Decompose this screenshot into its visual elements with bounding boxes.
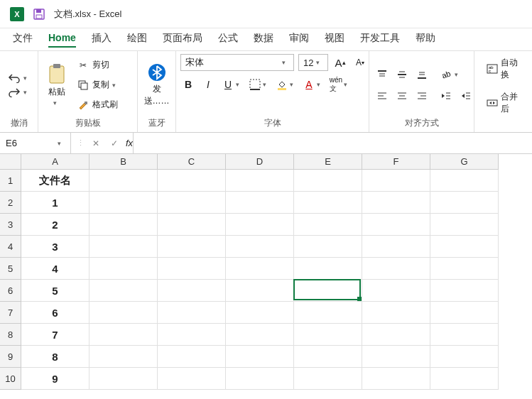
cell[interactable]: [362, 280, 430, 302]
cell[interactable]: [294, 170, 362, 192]
tab-layout[interactable]: 页面布局: [163, 32, 202, 48]
align-top-button[interactable]: [374, 67, 391, 82]
align-bottom-button[interactable]: [413, 67, 430, 82]
cell[interactable]: [89, 170, 158, 192]
cell[interactable]: [430, 258, 499, 280]
underline-button[interactable]: U: [220, 77, 236, 92]
select-all-corner[interactable]: [0, 154, 21, 170]
cell[interactable]: 8: [21, 346, 89, 368]
cell[interactable]: [226, 170, 294, 192]
bold-button[interactable]: B: [180, 77, 196, 92]
cell[interactable]: [294, 324, 362, 346]
save-icon[interactable]: [33, 8, 45, 21]
font-color-button[interactable]: A: [301, 77, 317, 92]
column-header[interactable]: B: [89, 154, 158, 170]
format-painter-button[interactable]: 格式刷: [74, 97, 121, 113]
increase-font-button[interactable]: A▴: [332, 55, 348, 70]
cell[interactable]: [430, 214, 499, 236]
cell[interactable]: [89, 258, 158, 280]
row-header[interactable]: 9: [0, 346, 21, 368]
cell[interactable]: [226, 258, 294, 280]
decrease-font-button[interactable]: A▾: [352, 55, 368, 70]
cell[interactable]: 1: [21, 192, 89, 214]
border-button[interactable]: [247, 77, 263, 92]
chevron-down-icon[interactable]: ▾: [290, 81, 297, 88]
orientation-button[interactable]: ab: [438, 67, 455, 82]
chevron-down-icon[interactable]: ▾: [455, 71, 462, 78]
cell[interactable]: [430, 368, 499, 390]
cell[interactable]: [89, 324, 158, 346]
cell[interactable]: [294, 346, 362, 368]
cell[interactable]: [226, 302, 294, 324]
align-center-button[interactable]: [393, 88, 411, 104]
tab-file[interactable]: 文件: [13, 32, 33, 48]
column-header[interactable]: C: [158, 154, 226, 170]
column-header[interactable]: E: [294, 154, 362, 170]
undo-button[interactable]: ▾: [5, 72, 33, 84]
row-header[interactable]: 6: [0, 280, 21, 302]
cell[interactable]: [294, 192, 362, 214]
cell[interactable]: [294, 280, 362, 302]
column-header[interactable]: A: [21, 154, 89, 170]
tab-data[interactable]: 数据: [254, 32, 273, 48]
row-header[interactable]: 3: [0, 214, 21, 236]
decrease-indent-button[interactable]: [438, 88, 455, 104]
cell[interactable]: [158, 324, 226, 346]
row-header[interactable]: 8: [0, 324, 21, 346]
cell[interactable]: [158, 170, 226, 192]
chevron-down-icon[interactable]: ▾: [344, 81, 351, 88]
cell[interactable]: [226, 346, 294, 368]
formula-input[interactable]: [133, 133, 532, 153]
column-header[interactable]: D: [226, 154, 294, 170]
cell[interactable]: [158, 192, 226, 214]
cell[interactable]: [362, 214, 430, 236]
cell[interactable]: [89, 236, 158, 258]
cell[interactable]: [226, 324, 294, 346]
cell[interactable]: 2: [21, 214, 89, 236]
cell[interactable]: [158, 346, 226, 368]
cell[interactable]: [294, 302, 362, 324]
cell[interactable]: [158, 368, 226, 390]
cell[interactable]: [226, 192, 294, 214]
cell[interactable]: 9: [21, 368, 89, 390]
cell[interactable]: [294, 258, 362, 280]
enter-formula-button[interactable]: ✓: [107, 136, 121, 151]
tab-formulas[interactable]: 公式: [218, 32, 238, 48]
fx-icon[interactable]: fx: [126, 138, 133, 148]
cell[interactable]: [430, 192, 499, 214]
cell[interactable]: 文件名: [21, 170, 89, 192]
merge-center-button[interactable]: 合并后: [483, 89, 528, 116]
cell[interactable]: [362, 170, 430, 192]
cell[interactable]: [430, 346, 499, 368]
cell[interactable]: [158, 236, 226, 258]
cell[interactable]: [362, 302, 430, 324]
align-right-button[interactable]: [413, 88, 430, 104]
cell[interactable]: [226, 214, 294, 236]
tab-review[interactable]: 审阅: [289, 32, 309, 48]
tab-dev[interactable]: 开发工具: [360, 32, 400, 48]
row-header[interactable]: 2: [0, 192, 21, 214]
cell[interactable]: [362, 258, 430, 280]
chevron-down-icon[interactable]: ▾: [236, 81, 243, 88]
cell[interactable]: [89, 192, 158, 214]
row-header[interactable]: 10: [0, 368, 21, 390]
row-header[interactable]: 1: [0, 170, 21, 192]
cell[interactable]: [89, 346, 158, 368]
row-header[interactable]: 4: [0, 236, 21, 258]
cell[interactable]: 7: [21, 324, 89, 346]
cell[interactable]: [89, 368, 158, 390]
cell[interactable]: [430, 236, 499, 258]
cell[interactable]: [226, 236, 294, 258]
tab-insert[interactable]: 插入: [92, 32, 112, 48]
cell[interactable]: [226, 280, 294, 302]
cell[interactable]: [294, 214, 362, 236]
name-box[interactable]: E6▾: [0, 133, 71, 153]
cell[interactable]: [430, 302, 499, 324]
cell[interactable]: [158, 214, 226, 236]
copy-button[interactable]: 复制▾: [74, 77, 122, 93]
row-header[interactable]: 5: [0, 258, 21, 280]
tab-home[interactable]: Home: [48, 32, 76, 48]
cell[interactable]: [362, 192, 430, 214]
cut-button[interactable]: ✂剪切: [74, 58, 112, 73]
cell[interactable]: [362, 236, 430, 258]
